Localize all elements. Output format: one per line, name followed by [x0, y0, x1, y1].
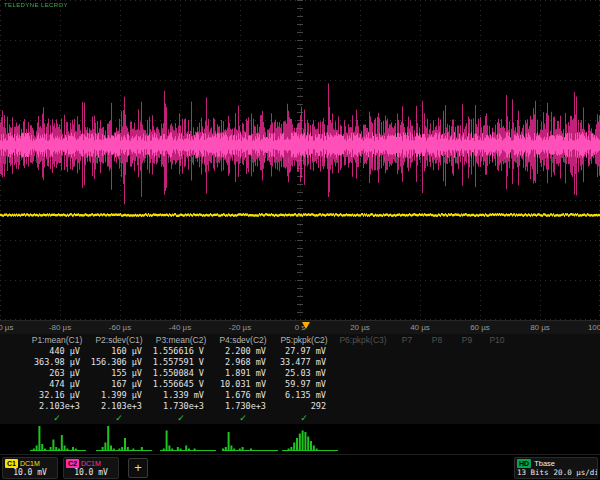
measure-header-p2[interactable]: P2:sdev(C1) — [88, 334, 150, 346]
measure-cell: 263 µV — [26, 368, 88, 379]
measure-cell — [334, 357, 392, 368]
measure-status-check: ✓ — [26, 412, 88, 424]
measure-cell: 155 µV — [88, 368, 150, 379]
timebase-descriptor[interactable]: HD Tbase 13 Bits 20.0 µs/div — [514, 457, 598, 479]
waveform-display[interactable] — [0, 0, 600, 320]
time-axis-label: 20 µs — [350, 323, 370, 332]
measure-cell — [392, 401, 422, 412]
measure-status-check — [482, 412, 512, 424]
measure-cell: 440 µV — [26, 346, 88, 357]
measure-status-check: ✓ — [150, 412, 212, 424]
measure-cell: 1.891 mV — [212, 368, 274, 379]
trigger-position-marker[interactable] — [302, 322, 310, 329]
measure-status-check: ✓ — [88, 412, 150, 424]
measure-status-check — [452, 412, 482, 424]
measure-status-check — [422, 412, 452, 424]
measure-cell — [452, 401, 482, 412]
channel-c1-chip: C1 — [5, 459, 18, 468]
measure-header-p10[interactable]: P10 — [482, 334, 512, 346]
measure-cell: 363.98 µV — [26, 357, 88, 368]
measure-header-p8[interactable]: P8 — [422, 334, 452, 346]
measure-cell: 474 µV — [26, 379, 88, 390]
time-axis-label: -40 µs — [169, 323, 191, 332]
time-axis-label: 40 µs — [410, 323, 430, 332]
time-axis-label: -20 µs — [229, 323, 251, 332]
measure-cell — [482, 390, 512, 401]
measure-cell — [392, 390, 422, 401]
channel-c1-coupling: DC1M — [20, 459, 40, 468]
measure-cell — [422, 401, 452, 412]
measure-cell: 27.97 mV — [274, 346, 334, 357]
measure-cell: 1.730e+3 — [150, 401, 212, 412]
measure-cell: 10.031 mV — [212, 379, 274, 390]
measure-header-p5[interactable]: P5:pkpk(C2) — [274, 334, 334, 346]
measure-header-p9[interactable]: P9 — [452, 334, 482, 346]
measure-cell: 160 µV — [88, 346, 150, 357]
oscilloscope-screen: TELEDYNE LECROY -100 µs-80 µs-60 µs-40 µ… — [0, 0, 600, 480]
time-axis-label: -80 µs — [49, 323, 71, 332]
measure-cell — [392, 379, 422, 390]
measure-cell — [482, 401, 512, 412]
channel-c2-scale: 10.0 mV — [66, 468, 116, 478]
measure-cell — [334, 401, 392, 412]
measure-cell — [392, 357, 422, 368]
measure-status-row: ✓✓✓✓✓ — [0, 412, 600, 424]
measure-cell: 32.16 µV — [26, 390, 88, 401]
measure-cell — [334, 390, 392, 401]
measure-cell: 2.968 mV — [212, 357, 274, 368]
measure-row: 440 µV160 µV1.556616 V2.200 mV27.97 mV — [0, 346, 600, 357]
measure-cell — [452, 346, 482, 357]
measure-cell — [482, 346, 512, 357]
measure-cell: 156.306 µV — [88, 357, 150, 368]
measure-cell — [334, 368, 392, 379]
measure-body: 440 µV160 µV1.556616 V2.200 mV27.97 mV36… — [0, 346, 600, 412]
measurement-table: P1:mean(C1)P2:sdev(C1)P3:mean(C2)P4:sdev… — [0, 334, 600, 424]
channel-c2-chip: C2 — [66, 459, 79, 468]
measure-cell: 1.730e+3 — [212, 401, 274, 412]
channel-c1-scale: 10.0 mV — [5, 468, 55, 478]
measure-cell — [452, 357, 482, 368]
measure-header-p7[interactable]: P7 — [392, 334, 422, 346]
measure-cell — [452, 390, 482, 401]
measure-cell: 292 — [274, 401, 334, 412]
measure-row: 363.98 µV156.306 µV1.557591 V2.968 mV33.… — [0, 357, 600, 368]
time-axis-label: -60 µs — [109, 323, 131, 332]
measure-cell: 1.557591 V — [150, 357, 212, 368]
measure-status-check: ✓ — [274, 412, 334, 424]
hd-mode-badge: HD — [517, 459, 531, 468]
measure-header-p4[interactable]: P4:sdev(C2) — [212, 334, 274, 346]
measure-row: 474 µV167 µV1.556645 V10.031 mV59.97 mV — [0, 379, 600, 390]
time-axis-label: -100 µs — [0, 323, 13, 332]
measure-row: 263 µV155 µV1.550084 V1.891 mV25.03 mV — [0, 368, 600, 379]
measure-cell — [392, 346, 422, 357]
measure-cell — [482, 379, 512, 390]
time-axis-label: 60 µs — [470, 323, 490, 332]
crosshair-icon[interactable]: + — [128, 458, 148, 478]
timebase-bits: 13 Bits — [517, 468, 549, 477]
measure-cell: 6.135 mV — [274, 390, 334, 401]
measure-cell — [452, 368, 482, 379]
bottom-bar: C1 DC1M 10.0 mV C2 DC1M 10.0 mV + HD Tba… — [0, 454, 600, 480]
measure-cell: 1.339 mV — [150, 390, 212, 401]
channel-descriptor-c2[interactable]: C2 DC1M 10.0 mV — [63, 457, 119, 479]
timebase-scale: 20.0 µs/div — [554, 468, 598, 477]
measure-cell: 1.556616 V — [150, 346, 212, 357]
channel-descriptor-c1[interactable]: C1 DC1M 10.0 mV — [2, 457, 58, 479]
measurement-histicons[interactable] — [0, 424, 600, 454]
timebase-label: Tbase — [534, 459, 555, 468]
measure-cell: 25.03 mV — [274, 368, 334, 379]
measure-cell: 2.103e+3 — [88, 401, 150, 412]
measure-header-p6[interactable]: P6:pkpk(C3) — [334, 334, 392, 346]
measure-cell: 1.676 mV — [212, 390, 274, 401]
brand-label: TELEDYNE LECROY — [4, 2, 68, 8]
measure-header-p1[interactable]: P1:mean(C1) — [26, 334, 88, 346]
measure-cell: 2.200 mV — [212, 346, 274, 357]
measure-status-check — [392, 412, 422, 424]
measure-cell — [422, 390, 452, 401]
time-axis: -100 µs-80 µs-60 µs-40 µs-20 µs0 s20 µs4… — [0, 320, 600, 335]
measure-header-p3[interactable]: P3:mean(C2) — [150, 334, 212, 346]
measure-cell: 1.399 µV — [88, 390, 150, 401]
measure-header-row: P1:mean(C1)P2:sdev(C1)P3:mean(C2)P4:sdev… — [0, 334, 600, 346]
measure-cell — [482, 357, 512, 368]
measure-cell — [334, 379, 392, 390]
